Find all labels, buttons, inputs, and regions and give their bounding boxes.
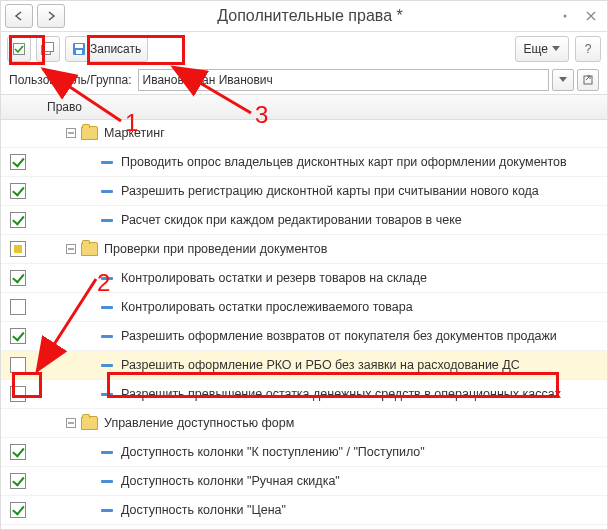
tree-row[interactable]: Проводить опрос владельцев дисконтных ка… (1, 148, 607, 177)
tree-row[interactable]: Проверки при проведении документов (1, 235, 607, 264)
window-close-icon[interactable] (581, 6, 601, 26)
tree-row[interactable]: Доступность колонки "К поступлению" / "П… (1, 438, 607, 467)
svg-rect-7 (584, 76, 592, 84)
row-checkbox[interactable] (10, 357, 26, 373)
record-button-label: Записать (90, 42, 141, 56)
user-group-field[interactable]: Иванов Иван Иванович (138, 69, 549, 91)
row-checkbox[interactable] (10, 473, 26, 489)
row-label: Контролировать остатки прослеживаемого т… (121, 300, 413, 314)
item-icon (101, 451, 113, 454)
row-label: Разрешить оформление РКО и РБО без заявк… (121, 358, 520, 372)
nav-back-button[interactable] (5, 4, 33, 28)
check-all-button[interactable] (7, 36, 31, 62)
user-group-label: Пользователь/Группа: (9, 73, 132, 87)
folder-icon (81, 126, 98, 140)
row-checkbox[interactable] (10, 328, 26, 344)
tree-row[interactable]: Контролировать остатки и резерв товаров … (1, 264, 607, 293)
item-icon (101, 306, 113, 309)
record-button[interactable]: Записать (65, 36, 148, 62)
row-checkbox[interactable] (10, 386, 26, 402)
row-checkbox[interactable] (10, 502, 26, 518)
svg-rect-6 (76, 50, 82, 54)
folder-icon (81, 242, 98, 256)
item-icon (101, 393, 113, 396)
item-icon (101, 161, 113, 164)
uncheck-all-button[interactable] (36, 36, 60, 62)
item-icon (101, 364, 113, 367)
item-icon (101, 190, 113, 193)
row-label: Доступность колонки "Цена" (121, 503, 286, 517)
tree-row[interactable]: Доступность колонки "Цена" (1, 496, 607, 525)
row-checkbox[interactable] (10, 299, 26, 315)
collapse-icon[interactable] (65, 243, 77, 255)
item-icon (101, 219, 113, 222)
window-pin-icon[interactable] (555, 6, 575, 26)
more-button[interactable]: Еще (515, 36, 569, 62)
tree-row[interactable]: Доступность колонки "Ручная скидка" (1, 467, 607, 496)
tree-row[interactable]: Разрешить регистрацию дисконтной карты п… (1, 177, 607, 206)
row-label: Разрешить превышение остатка денежных ср… (121, 387, 561, 401)
collapse-icon[interactable] (65, 417, 77, 429)
row-checkbox[interactable] (10, 444, 26, 460)
row-checkbox[interactable] (10, 270, 26, 286)
nav-forward-button[interactable] (37, 4, 65, 28)
more-button-label: Еще (524, 42, 548, 56)
item-icon (101, 509, 113, 512)
tree-row[interactable]: Маркетинг (1, 119, 607, 148)
row-checkbox[interactable] (10, 212, 26, 228)
save-icon (72, 42, 86, 56)
user-open-button[interactable] (577, 69, 599, 91)
svg-rect-5 (75, 44, 83, 48)
item-icon (101, 277, 113, 280)
row-checkbox[interactable] (10, 183, 26, 199)
tree-row[interactable]: Разрешить превышение остатка денежных ср… (1, 380, 607, 409)
row-label: Расчет скидок при каждом редактировании … (121, 213, 462, 227)
collapse-icon[interactable] (65, 127, 77, 139)
item-icon (101, 480, 113, 483)
row-checkbox[interactable] (10, 241, 26, 257)
tree-row[interactable]: Разрешить оформление возвратов от покупа… (1, 322, 607, 351)
tree-row[interactable]: Расчет скидок при каждом редактировании … (1, 206, 607, 235)
svg-rect-3 (45, 43, 54, 52)
window-title: Дополнительные права * (65, 7, 555, 25)
folder-icon (81, 416, 98, 430)
tree-column-header[interactable]: Право (37, 100, 82, 114)
row-label: Разрешить регистрацию дисконтной карты п… (121, 184, 539, 198)
row-label: Доступность колонки "К поступлению" / "П… (121, 445, 425, 459)
row-label: Разрешить оформление возвратов от покупа… (121, 329, 557, 343)
row-checkbox[interactable] (10, 154, 26, 170)
row-label: Контролировать остатки и резерв товаров … (121, 271, 427, 285)
item-icon (101, 335, 113, 338)
tree-row[interactable]: Контролировать остатки прослеживаемого т… (1, 293, 607, 322)
tree-row[interactable]: Разрешить оформление РКО и РБО без заявк… (1, 351, 607, 380)
help-button[interactable]: ? (575, 36, 601, 62)
row-label: Управление доступностью форм (104, 416, 294, 430)
row-label: Проверки при проведении документов (104, 242, 327, 256)
svg-point-0 (564, 15, 567, 18)
tree-row[interactable]: Управление доступностью форм (1, 409, 607, 438)
row-label: Маркетинг (104, 126, 165, 140)
row-label: Доступность колонки "Ручная скидка" (121, 474, 340, 488)
user-dropdown-button[interactable] (552, 69, 574, 91)
row-label: Проводить опрос владельцев дисконтных ка… (121, 155, 567, 169)
